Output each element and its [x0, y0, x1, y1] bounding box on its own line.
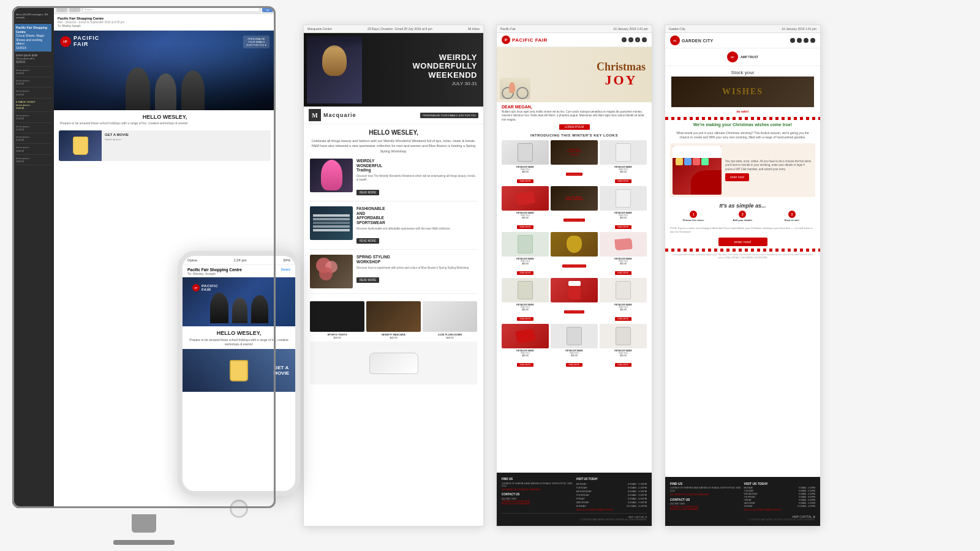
pac-item-cta-8[interactable]: CHRISTMAS RECIPE IDEAS: [562, 264, 586, 268]
gc-hours-sun: SUNDAY10:00AM - 4:00PM: [744, 505, 816, 508]
pac-intro-text: Nullam quis risus eget urna mollis ornar…: [502, 110, 647, 122]
email-list-item[interactable]: lorem ipsum10/8/16: [15, 144, 51, 154]
pac-item-cta-14[interactable]: READ MORE: [566, 363, 582, 367]
bag-4-shape: [518, 235, 533, 253]
pac-item-cta-13[interactable]: READ MORE: [517, 363, 533, 367]
phone-email-details-link[interactable]: Details: [281, 268, 290, 271]
gc-pinterest-icon[interactable]: [804, 38, 809, 43]
popcorn-box: [73, 137, 88, 155]
pac-item-cta-11[interactable]: STOCK YOUR WISHES: [564, 310, 584, 313]
pac-feedback-link[interactable]: SEND US YOUR FEEDBACK: [502, 503, 573, 505]
pinterest-icon[interactable]: p: [635, 37, 640, 42]
hero-subtitle: JULY 30-31: [413, 81, 477, 86]
email-list-item[interactable]: lorem ipsum21/8/16: [15, 123, 51, 133]
pac-grid-item-3: RETAILER NAME PDA TITLE $00.00 READ MORE: [600, 140, 647, 184]
pacific-email-body: DEAR MEGAN, Nullam quis risus eget urna …: [497, 102, 652, 473]
macq-bottom-products: SPORTS TIGHTS $29.90 BENEFIT MASCARA $42…: [310, 299, 477, 342]
email-body-text: Prepare to be amazed these school holida…: [54, 121, 276, 128]
instagram-icon[interactable]: i: [642, 37, 647, 42]
christmas-hours-text: ExtendedCHRISTMASHOURS: [566, 147, 583, 158]
gc-twitter-icon[interactable]: [797, 38, 802, 43]
pacific-visit-us: VISIT US TODAY MONDAY9:00AM - 5:30PM TUE…: [576, 478, 647, 511]
email-list-item[interactable]: lorem ipsum21/8/16: [15, 112, 51, 122]
pac-item-cta-2[interactable]: VIEW THE HOURS: [566, 173, 583, 176]
email-list-item[interactable]: Pacific Fair Shopping Centre Circus Show…: [15, 24, 51, 52]
pac-item-cta-15[interactable]: READ MORE: [615, 363, 631, 367]
gc-facebook-icon[interactable]: [790, 38, 795, 43]
article-2-bg: [310, 206, 353, 240]
pac-extended-hours-link[interactable]: SEE FULL & EXTENDED TRADING HOURS: [576, 509, 647, 511]
gc-stocking-image: [673, 146, 722, 195]
sneaker-shape: [369, 353, 418, 374]
email-list-item[interactable]: lorem ipsum21/8/16: [15, 133, 51, 144]
pac-item-cta-3[interactable]: READ MORE: [615, 179, 631, 183]
personalise-button[interactable]: PERSONALISEYOUR EMAILSJUST FOR YOU ♥: [243, 36, 270, 48]
pac-item-cta-10[interactable]: READ MORE: [517, 317, 533, 321]
hours-sat: 9:00AM - 5:00PM: [628, 501, 647, 504]
product-coat-price: $49.95: [423, 336, 477, 339]
macq-woman-image: [307, 36, 362, 103]
gc-location-link[interactable]: GET MORE ON LOCATION & PARKING: [670, 493, 742, 496]
macq-article-image-2: [310, 206, 353, 240]
pac-item-cta-1[interactable]: READ MORE: [517, 179, 533, 183]
wheel-right: [516, 87, 529, 99]
email-list-item[interactable]: lorem ipsum21/8/16: [15, 88, 51, 98]
gc-stocking-content: You can enter, once, online. All you hav…: [722, 160, 813, 181]
hours-wed: 9:00AM - 5:30PM: [628, 490, 647, 493]
garden-logo: GC GARDEN CITY: [670, 36, 714, 45]
toolbar-avatar[interactable]: W: [262, 7, 273, 12]
pac-item-cta-7[interactable]: READ MORE: [517, 271, 533, 275]
pac-brand: Pacific Fair: [500, 27, 516, 31]
email-list-item[interactable]: lorem ipsum dolorThis products will b...…: [15, 52, 51, 66]
gc-step-1: 1 Choose five items.: [670, 211, 717, 222]
gc-extended-hours-link[interactable]: SEE FULL & EXTENDED TRADING HOURS: [744, 509, 816, 511]
gc-feedback-link[interactable]: SEND US YOUR FEEDBACK: [670, 508, 742, 511]
phone-home-button[interactable]: [230, 500, 248, 518]
figure-2: [155, 73, 176, 110]
phone-email-from: Pacific Fair Shopping Centre: [187, 268, 242, 272]
email-list-item[interactable]: lorem ipsum31/8/16: [15, 77, 51, 88]
hero-title: WEIRDLY WONDERFULLY WEEKENDD: [413, 53, 477, 80]
twitter-icon[interactable]: t: [628, 37, 633, 42]
facebook-icon[interactable]: f: [622, 37, 627, 42]
macq-read-more-2[interactable]: READ MORE: [356, 238, 379, 244]
day-fri: FRIDAY: [576, 497, 585, 500]
phone-body-text: Prepare to be amazed these school holida…: [183, 338, 295, 349]
gc-hours-sat: SATURDAY9:00AM - 5:00PM: [744, 502, 816, 504]
gc-enter-button-1[interactable]: enter now!: [725, 173, 749, 181]
gc-enter-button-2[interactable]: enter now!: [718, 238, 767, 246]
macq-read-more-1[interactable]: READ MORE: [356, 190, 379, 195]
macq-personalise-btn[interactable]: PERSONALISE YOUR EMAILS JUST FOR YOU: [420, 113, 478, 118]
toolbar-back[interactable]: ←: [56, 7, 67, 12]
macq-read-more-3[interactable]: READ MORE: [356, 277, 379, 283]
search-bar[interactable]: Search: [82, 7, 260, 12]
email-list-item[interactable]: lorem ipsum10/8/16: [15, 155, 51, 165]
stripe: [313, 225, 350, 228]
garden-logo-text: GARDEN CITY: [682, 39, 714, 43]
pac-item-cta-4[interactable]: READ MORE: [517, 225, 533, 229]
pac-location-link[interactable]: GET MORE ON LOCATION & PARKING: [502, 489, 573, 491]
email-list-item[interactable]: lorem ipsum31/8/16: [15, 67, 51, 77]
pac-item-cta-5[interactable]: VIEW THE SANTA TIMES: [564, 219, 585, 222]
bag-shape: [518, 143, 533, 162]
pacific-logo-icon: IP: [502, 36, 510, 44]
product-tights-price: $29.90: [310, 336, 364, 339]
pac-item-cta-6[interactable]: READ MORE: [615, 225, 631, 229]
pac-hours-row-tue: TUESDAY9:00AM - 5:30PM: [576, 486, 647, 489]
pac-grid-item-1: RETAILER NAME PDA TITLE $80.00 READ MORE: [502, 140, 549, 184]
gc-step-3: 3 Enter to win!: [769, 211, 815, 222]
stripe: [313, 229, 350, 231]
toolbar-next[interactable]: →: [69, 7, 80, 12]
macq-article-3: SPRING STYLING WORKSHOP Discover how to …: [310, 255, 477, 294]
garden-email-body: GC AMP TRUST Stock your WISHES to win! W: [665, 48, 820, 477]
pacific-hero: Christmas JOY: [497, 47, 652, 102]
bag-white-shape: [616, 143, 631, 162]
pac-lorem-button[interactable]: LOREM IPSUM: [559, 124, 590, 130]
pac-item-cta-9[interactable]: READ MORE: [615, 271, 631, 275]
macq-product-tights: SPORTS TIGHTS $29.90: [310, 301, 364, 339]
email-list-item[interactable]: E INBOX TICKETlorem ipsum...21/8/16: [15, 99, 51, 113]
pac-visit-title: VISIT US TODAY: [576, 478, 647, 481]
pac-item-cta-12[interactable]: READ MORE: [615, 317, 631, 321]
figure-1: [126, 67, 150, 110]
gc-instagram-icon[interactable]: [810, 38, 815, 43]
